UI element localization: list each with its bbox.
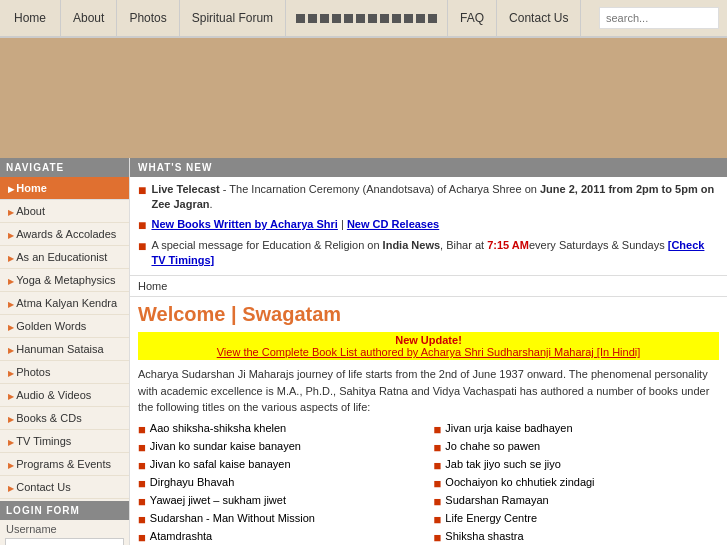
sidebar-item-photos[interactable]: ▶ Photos [0,361,129,384]
sidebar-item-books[interactable]: ▶ Books & CDs [0,407,129,430]
list-item: ■Dirghayu Bhavah [138,476,424,491]
sidebar-item-audio[interactable]: ▶ Audio & Videos [0,384,129,407]
books-right-col: ■Jivan urja kaise badhayen ■Jo chahe so … [434,422,720,545]
banner [0,38,727,158]
nav-item-dots [286,0,448,36]
welcome-title: Welcome | Swagatam [138,303,719,326]
news-text-3: A special message for Education & Religi… [151,238,719,269]
sidebar-item-atma[interactable]: ▶ Atma Kalyan Kendra [0,292,129,315]
list-item: ■Oochaiyon ko chhutiek zindagi [434,476,720,491]
list-item: ■Sudarshan Ramayan [434,494,720,509]
welcome-section: Welcome | Swagatam New Update! View the … [130,297,727,545]
search-input[interactable] [599,7,719,29]
list-item: ■Sudarshan - Man Without Mission [138,512,424,527]
description: Acharya Sudarshan Ji Maharajs journey of… [138,366,719,416]
new-update-banner: New Update! View the Complete Book List … [138,332,719,360]
list-item: ■Atamdrashta [138,530,424,545]
sidebar-nav-header: NAVIGATE [0,158,129,177]
login-username-label: Username [0,520,129,538]
nav-item-photos[interactable]: Photos [117,0,179,36]
list-item: ■Aao shiksha-shiksha khelen [138,422,424,437]
top-nav: Home About Photos Spiritual Forum FAQ Co… [0,0,727,38]
nav-item-faq[interactable]: FAQ [448,0,497,36]
books-grid: ■Aao shiksha-shiksha khelen ■Jivan ko su… [138,422,719,545]
login-form-header: LOGIN FORM [0,501,129,520]
sidebar: NAVIGATE ▶ Home ▶ About ▶ Awards & Accol… [0,158,130,545]
main-wrapper: NAVIGATE ▶ Home ▶ About ▶ Awards & Accol… [0,158,727,545]
list-item: ■Jivan ko safal kaise banayen [138,458,424,473]
list-item: ■Jivan urja kaise badhayen [434,422,720,437]
sidebar-item-home[interactable]: ▶ Home [0,177,129,200]
username-input[interactable] [5,538,124,545]
books-left-col: ■Aao shiksha-shiksha khelen ■Jivan ko su… [138,422,424,545]
breadcrumb: Home [130,276,727,297]
nav-item-spiritual-forum[interactable]: Spiritual Forum [180,0,286,36]
news-item-message: ■ A special message for Education & Reli… [138,238,719,269]
sidebar-item-hanuman[interactable]: ▶ Hanuman Sataisa [0,338,129,361]
new-update-link[interactable]: View the Complete Book List authored by … [217,346,641,358]
nav-item-contact[interactable]: Contact Us [497,0,581,36]
sidebar-item-golden[interactable]: ▶ Golden Words [0,315,129,338]
sidebar-item-programs[interactable]: ▶ Programs & Events [0,453,129,476]
sidebar-item-contact[interactable]: ▶ Contact Us [0,476,129,499]
new-cd-link[interactable]: New CD Releases [347,218,439,230]
news-bullet-1: ■ [138,182,146,199]
content-area: WHAT'S NEW ■ Live Telecast - The Incarna… [130,158,727,545]
news-text-1: Live Telecast - The Incarnation Ceremony… [151,182,719,213]
news-item-books: ■ New Books Written by Acharya Shri | Ne… [138,217,719,234]
whats-new-header: WHAT'S NEW [130,158,727,177]
list-item: ■Jab tak jiyo such se jiyo [434,458,720,473]
list-item: ■Shiksha shastra [434,530,720,545]
sidebar-item-yoga[interactable]: ▶ Yoga & Metaphysics [0,269,129,292]
new-books-link[interactable]: New Books Written by Acharya Shri [151,218,337,230]
list-item: ■Jivan ko sundar kaise banayen [138,440,424,455]
list-item: ■Yawaej jiwet – sukham jiwet [138,494,424,509]
sidebar-item-awards[interactable]: ▶ Awards & Accolades [0,223,129,246]
list-item: ■Life Energy Centre [434,512,720,527]
news-section: ■ Live Telecast - The Incarnation Ceremo… [130,177,727,276]
sidebar-item-about[interactable]: ▶ About [0,200,129,223]
news-text-2: New Books Written by Acharya Shri | New … [151,217,439,232]
nav-item-home[interactable]: Home [0,0,61,36]
sidebar-item-educationist[interactable]: ▶ As an Educationist [0,246,129,269]
news-bullet-3: ■ [138,238,146,255]
nav-item-about[interactable]: About [61,0,117,36]
news-bullet-2: ■ [138,217,146,234]
sidebar-item-tv[interactable]: ▶ TV Timings [0,430,129,453]
news-item-live: ■ Live Telecast - The Incarnation Ceremo… [138,182,719,213]
new-update-label: New Update! [395,334,462,346]
list-item: ■Jo chahe so pawen [434,440,720,455]
